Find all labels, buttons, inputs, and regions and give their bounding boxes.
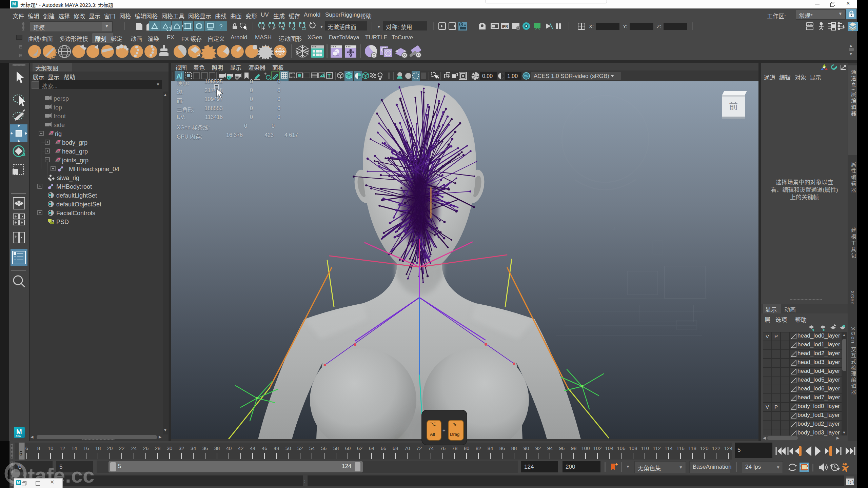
- svg-text:54: 54: [309, 445, 315, 451]
- svg-text:62: 62: [357, 445, 363, 451]
- svg-text:ACES 1.0 SDR-video (sRGB): ACES 1.0 SDR-video (sRGB): [534, 73, 609, 79]
- svg-text:a: a: [228, 76, 230, 80]
- svg-text:80: 80: [464, 445, 470, 451]
- svg-text:98: 98: [571, 445, 577, 451]
- svg-text:persp: persp: [54, 95, 69, 102]
- svg-text:112: 112: [653, 445, 661, 451]
- svg-text:0.00: 0.00: [482, 73, 493, 79]
- svg-text:6: 6: [25, 445, 28, 451]
- svg-text:108: 108: [629, 445, 637, 451]
- svg-text:Z:: Z:: [657, 23, 661, 29]
- svg-text:24: 24: [131, 445, 137, 451]
- svg-text:72: 72: [416, 445, 422, 451]
- svg-text:MHHead:spine_04: MHHead:spine_04: [69, 166, 119, 173]
- svg-text:84: 84: [488, 445, 493, 451]
- svg-text:52: 52: [297, 445, 303, 451]
- svg-text:56: 56: [321, 445, 327, 451]
- svg-text:?: ?: [219, 23, 222, 30]
- svg-text:118: 118: [688, 445, 696, 451]
- svg-text:42: 42: [238, 445, 244, 451]
- svg-text:110: 110: [641, 445, 649, 451]
- svg-text:64: 64: [369, 445, 375, 451]
- svg-text:30: 30: [167, 445, 173, 451]
- svg-text:60: 60: [345, 445, 351, 451]
- svg-text:1.00: 1.00: [507, 73, 518, 79]
- svg-text:head_grp: head_grp: [62, 148, 88, 155]
- svg-text:18: 18: [95, 445, 101, 451]
- svg-text:20: 20: [107, 445, 113, 451]
- svg-text:90: 90: [524, 445, 529, 451]
- svg-text:58: 58: [333, 445, 339, 451]
- svg-text:96: 96: [559, 445, 565, 451]
- svg-text:48: 48: [274, 445, 279, 451]
- svg-text:124: 124: [724, 445, 732, 451]
- svg-text:76: 76: [440, 445, 446, 451]
- svg-text:rig: rig: [55, 130, 62, 137]
- svg-text:86: 86: [499, 445, 505, 451]
- svg-text:70: 70: [405, 445, 410, 451]
- svg-text:14: 14: [72, 445, 77, 451]
- svg-text:36: 36: [202, 445, 208, 451]
- svg-text:106: 106: [617, 445, 625, 451]
- svg-text:top: top: [54, 104, 62, 111]
- svg-text:82: 82: [476, 445, 481, 451]
- svg-text:body_grp: body_grp: [62, 139, 87, 146]
- svg-text:A: A: [176, 73, 181, 80]
- svg-text:PSD: PSD: [56, 219, 69, 225]
- svg-text:94: 94: [547, 445, 553, 451]
- svg-text:88: 88: [511, 445, 517, 451]
- svg-text:92: 92: [535, 445, 541, 451]
- svg-text:116: 116: [676, 445, 685, 451]
- svg-text:16: 16: [83, 445, 89, 451]
- svg-text:44: 44: [250, 445, 256, 451]
- svg-text:32: 32: [179, 445, 184, 451]
- svg-text:120: 120: [700, 445, 708, 451]
- svg-text:IPR: IPR: [502, 25, 508, 28]
- svg-text:defaultLightSet: defaultLightSet: [56, 192, 97, 199]
- svg-text:102: 102: [593, 445, 601, 451]
- svg-text:siwa_rig: siwa_rig: [57, 175, 79, 182]
- svg-text:122: 122: [712, 445, 720, 451]
- svg-text:100: 100: [581, 445, 590, 451]
- svg-text:22: 22: [119, 445, 125, 451]
- svg-text:前: 前: [729, 101, 738, 111]
- svg-text:defaultObjectSet: defaultObjectSet: [56, 201, 101, 208]
- svg-text:10: 10: [48, 445, 54, 451]
- svg-text:front: front: [54, 113, 66, 120]
- svg-text:side: side: [54, 122, 65, 128]
- svg-text:74: 74: [428, 445, 434, 451]
- svg-text:12: 12: [60, 445, 65, 451]
- svg-text:ON: ON: [524, 75, 529, 78]
- svg-text:34: 34: [191, 445, 196, 451]
- svg-text:78: 78: [452, 445, 458, 451]
- svg-text:{;}: {;}: [847, 480, 854, 485]
- svg-text:Y:: Y:: [623, 23, 627, 29]
- svg-text:40: 40: [226, 445, 232, 451]
- svg-text:68: 68: [393, 445, 398, 451]
- svg-text:38: 38: [214, 445, 220, 451]
- svg-text:MHBody:root: MHBody:root: [56, 183, 92, 190]
- svg-text:joints_grp: joints_grp: [62, 157, 88, 164]
- svg-text:8: 8: [37, 445, 40, 451]
- svg-text:50: 50: [285, 445, 291, 451]
- svg-text:X:: X:: [589, 23, 594, 29]
- svg-text:66: 66: [381, 445, 387, 451]
- svg-text:26: 26: [143, 445, 149, 451]
- svg-text:28: 28: [155, 445, 161, 451]
- svg-text:104: 104: [605, 445, 613, 451]
- svg-text:46: 46: [262, 445, 268, 451]
- svg-text:FacialControls: FacialControls: [56, 210, 95, 217]
- svg-text:114: 114: [665, 445, 673, 451]
- svg-text:T: T: [328, 73, 331, 79]
